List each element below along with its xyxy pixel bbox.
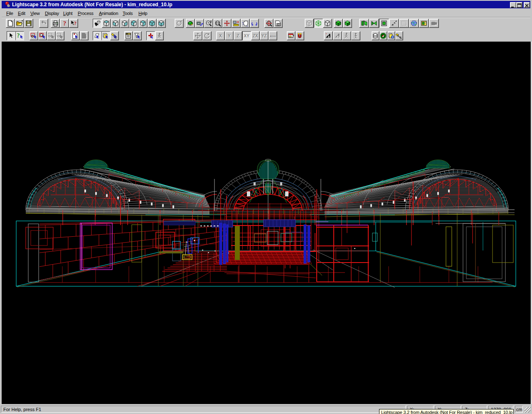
svg-text:ZX: ZX [253,34,258,38]
svg-text:?: ? [74,20,76,26]
svg-text:Aim: Aim [270,35,276,38]
svg-text:Y: Y [228,34,231,38]
svg-text:YZ: YZ [261,34,267,38]
svg-text:Z: Z [236,34,239,38]
svg-text:?: ? [17,32,20,39]
svg-text:X: X [219,34,222,38]
svg-text:?: ? [63,20,66,27]
svg-text:XY: XY [244,34,250,38]
